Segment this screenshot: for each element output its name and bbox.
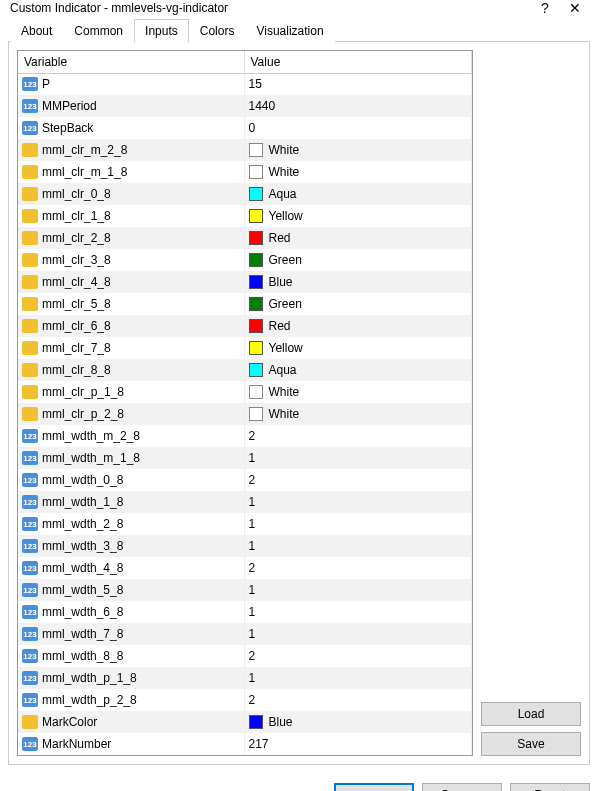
variable-name: mml_clr_5_8 — [42, 297, 111, 311]
table-row[interactable]: mml_clr_0_8Aqua — [18, 183, 472, 205]
color-icon — [22, 231, 38, 245]
tab-inputs[interactable]: Inputs — [134, 19, 189, 42]
table-row[interactable]: 123mml_wdth_6_81 — [18, 601, 472, 623]
integer-icon: 123 — [22, 539, 38, 553]
tab-bar: AboutCommonInputsColorsVisualization — [8, 18, 590, 42]
tab-about[interactable]: About — [10, 19, 63, 42]
color-swatch — [249, 407, 263, 421]
integer-icon: 123 — [22, 99, 38, 113]
variable-name: mml_wdth_3_8 — [42, 539, 123, 553]
integer-icon: 123 — [22, 561, 38, 575]
table-row[interactable]: 123mml_wdth_p_2_82 — [18, 689, 472, 711]
value-text: White — [269, 165, 300, 179]
table-row[interactable]: mml_clr_1_8Yellow — [18, 205, 472, 227]
table-row[interactable]: mml_clr_p_2_8White — [18, 403, 472, 425]
color-swatch — [249, 275, 263, 289]
table-row[interactable]: mml_clr_3_8Green — [18, 249, 472, 271]
table-row[interactable]: 123mml_wdth_m_2_82 — [18, 425, 472, 447]
table-row[interactable]: mml_clr_2_8Red — [18, 227, 472, 249]
save-button[interactable]: Save — [481, 732, 581, 756]
column-value[interactable]: Value — [244, 51, 472, 73]
value-text: Red — [269, 319, 291, 333]
color-icon — [22, 407, 38, 421]
integer-icon: 123 — [22, 737, 38, 751]
color-icon — [22, 143, 38, 157]
table-row[interactable]: 123mml_wdth_7_81 — [18, 623, 472, 645]
variable-name: mml_wdth_6_8 — [42, 605, 123, 619]
table-row[interactable]: mml_clr_5_8Green — [18, 293, 472, 315]
table-row[interactable]: mml_clr_6_8Red — [18, 315, 472, 337]
value-text: 1 — [249, 671, 256, 685]
load-button[interactable]: Load — [481, 702, 581, 726]
variable-name: mml_wdth_8_8 — [42, 649, 123, 663]
value-text: Green — [269, 297, 302, 311]
value-text: 0 — [249, 121, 256, 135]
value-text: Aqua — [269, 187, 297, 201]
table-row[interactable]: 123mml_wdth_p_1_81 — [18, 667, 472, 689]
table-row[interactable]: mml_clr_m_2_8White — [18, 139, 472, 161]
table-row[interactable]: 123mml_wdth_4_82 — [18, 557, 472, 579]
table-row[interactable]: mml_clr_7_8Yellow — [18, 337, 472, 359]
variable-name: mml_clr_m_2_8 — [42, 143, 127, 157]
table-row[interactable]: 123mml_wdth_3_81 — [18, 535, 472, 557]
table-row[interactable]: mml_clr_4_8Blue — [18, 271, 472, 293]
color-swatch — [249, 363, 263, 377]
table-row[interactable]: mml_clr_m_1_8White — [18, 161, 472, 183]
table-row[interactable]: 123mml_wdth_m_1_81 — [18, 447, 472, 469]
integer-icon: 123 — [22, 495, 38, 509]
value-text: 1 — [249, 495, 256, 509]
table-row[interactable]: 123MMPeriod1440 — [18, 95, 472, 117]
table-row[interactable]: 123MarkNumber217 — [18, 733, 472, 755]
value-text: 2 — [249, 561, 256, 575]
value-text: 2 — [249, 429, 256, 443]
reset-button[interactable]: Reset — [510, 783, 590, 791]
variable-name: mml_clr_2_8 — [42, 231, 111, 245]
tab-visualization[interactable]: Visualization — [245, 19, 334, 42]
variable-name: mml_wdth_m_2_8 — [42, 429, 140, 443]
variable-name: mml_clr_6_8 — [42, 319, 111, 333]
table-row[interactable]: MarkColorBlue — [18, 711, 472, 733]
help-button[interactable]: ? — [530, 0, 560, 16]
value-text: White — [269, 143, 300, 157]
inputs-table-wrap: Variable Value 123P15123MMPeriod1440123S… — [17, 50, 473, 756]
variable-name: MarkColor — [42, 715, 97, 729]
integer-icon: 123 — [22, 627, 38, 641]
value-text: 1 — [249, 451, 256, 465]
tab-colors[interactable]: Colors — [189, 19, 246, 42]
table-row[interactable]: 123StepBack0 — [18, 117, 472, 139]
value-text: 1 — [249, 539, 256, 553]
table-row[interactable]: mml_clr_p_1_8White — [18, 381, 472, 403]
variable-name: mml_wdth_2_8 — [42, 517, 123, 531]
titlebar: Custom Indicator - mmlevels-vg-indicator… — [0, 0, 598, 16]
tab-common[interactable]: Common — [63, 19, 134, 42]
table-row[interactable]: mml_clr_8_8Aqua — [18, 359, 472, 381]
value-text: 1 — [249, 583, 256, 597]
table-row[interactable]: 123mml_wdth_5_81 — [18, 579, 472, 601]
color-swatch — [249, 143, 263, 157]
integer-icon: 123 — [22, 473, 38, 487]
color-swatch — [249, 165, 263, 179]
cancel-button[interactable]: Отмена — [422, 783, 502, 791]
table-row[interactable]: 123mml_wdth_0_82 — [18, 469, 472, 491]
variable-name: mml_clr_3_8 — [42, 253, 111, 267]
table-row[interactable]: 123mml_wdth_2_81 — [18, 513, 472, 535]
color-icon — [22, 187, 38, 201]
table-row[interactable]: 123mml_wdth_1_81 — [18, 491, 472, 513]
integer-icon: 123 — [22, 517, 38, 531]
variable-name: mml_wdth_7_8 — [42, 627, 123, 641]
table-row[interactable]: 123P15 — [18, 73, 472, 95]
variable-name: MarkNumber — [42, 737, 111, 751]
variable-name: mml_wdth_0_8 — [42, 473, 123, 487]
value-text: Aqua — [269, 363, 297, 377]
dialog-footer: OK Отмена Reset — [0, 773, 598, 791]
value-text: White — [269, 407, 300, 421]
variable-name: mml_wdth_4_8 — [42, 561, 123, 575]
value-text: 1 — [249, 517, 256, 531]
close-button[interactable]: ✕ — [560, 0, 590, 16]
variable-name: MMPeriod — [42, 99, 97, 113]
variable-name: mml_clr_7_8 — [42, 341, 111, 355]
ok-button[interactable]: OK — [334, 783, 414, 791]
table-row[interactable]: 123mml_wdth_8_82 — [18, 645, 472, 667]
value-text: 15 — [249, 77, 262, 91]
column-variable[interactable]: Variable — [18, 51, 244, 73]
